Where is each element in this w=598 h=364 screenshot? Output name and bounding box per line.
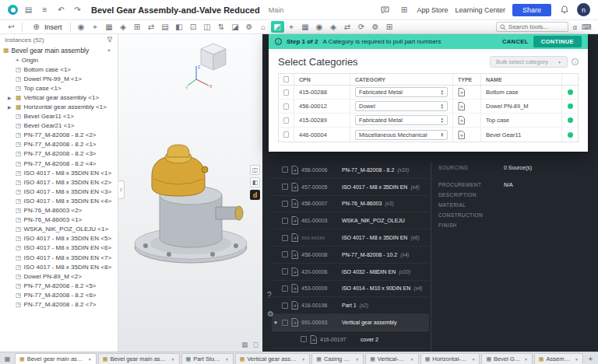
app-store-link[interactable]: App Store (417, 6, 448, 14)
instance-tree-item[interactable]: ▶ Origin (0, 55, 118, 65)
bom-row[interactable]: ▼ 453-00009 ISO 4014 - M10 x 90DIN EN (x… (272, 281, 429, 298)
viewport-3d[interactable]: Z X Y ≡ ◫ ◧ d ▦ ◻ (118, 34, 262, 352)
instance-tree-item[interactable]: ▶ ISO 4017 - M8 x 35DIN EN <1> (0, 168, 118, 177)
instance-tree-item[interactable]: ▶ ISO 4017 - M8 x 35DIN EN <5> (0, 234, 118, 243)
bulk-select-dropdown[interactable]: Bulk select category ▼ (490, 56, 568, 68)
row-checkbox[interactable] (282, 218, 288, 224)
category-select[interactable]: Miscellaneous Mechanical ▲▼ (355, 130, 448, 140)
share-view-icon[interactable]: ⊞ (383, 21, 396, 33)
row-checkbox[interactable] (282, 251, 288, 257)
document-tab[interactable]: ▦ Vertical gear assembly ▼ (235, 353, 310, 364)
instance-tree-item[interactable]: ▶ PN-77_M-82008 - 8.2 <3> (0, 149, 118, 159)
document-tab[interactable]: ▦ Vertical-Parts ▼ (365, 353, 418, 364)
row-checkbox[interactable] (283, 117, 289, 124)
redo-icon[interactable]: ↷ (72, 4, 83, 16)
instance-tree-item[interactable]: ▶ ISO 4017 - M8 x 35DIN EN <4> (0, 196, 118, 205)
instance-tree-item[interactable]: ▶ PN-77_M-82008 - 8.2 <7> (0, 299, 118, 309)
bom-row[interactable]: ▼ 420-00006 ISO 4032 - M8DIN EN (x10) (272, 264, 429, 281)
continue-button[interactable]: CONTINUE (533, 36, 582, 47)
bom-row[interactable]: ▼ 416-00196 Part 1 (x2) (272, 297, 429, 314)
row-checkbox[interactable] (283, 89, 289, 96)
filter-funnel-icon[interactable] (107, 37, 113, 43)
select-all-checkbox[interactable] (283, 76, 289, 82)
search-tools-input[interactable] (508, 23, 565, 30)
bom-row[interactable]: ▼ 416-00197 cover 2 (272, 331, 429, 348)
instance-tree-item[interactable]: ▶ Top case <1> (0, 83, 118, 93)
cancel-button[interactable]: CANCEL (502, 38, 529, 45)
expand-chevron-icon[interactable]: ▶ (8, 104, 13, 110)
help-icon[interactable]: ? (267, 291, 272, 299)
replicate-icon[interactable]: ⇄ (145, 21, 158, 33)
bom-row[interactable]: ▼ 457-00005 ISO 4017 - M8 x 35DIN EN (x4… (272, 179, 429, 196)
document-tab[interactable]: ▦ Part Studio 1 ▼ (181, 353, 234, 364)
hide-icon[interactable]: ◉ (313, 21, 326, 33)
measure-icon[interactable]: ⇅ (215, 21, 228, 33)
document-tab[interactable]: ▦ Bevel Gears ▼ (481, 353, 532, 364)
share-button[interactable]: Share (512, 4, 551, 16)
instance-tree-item[interactable]: ▶ Bevel Gear11 <1> (0, 112, 118, 121)
exploded-view-icon[interactable]: ⇄ (341, 21, 354, 33)
display-mode-icon[interactable]: ▦ (299, 21, 312, 33)
learning-center-link[interactable]: Learning Center (455, 6, 505, 14)
keyboard-shortcuts-icon[interactable]: ⌨ (582, 23, 592, 31)
new-tab-button[interactable]: + (585, 354, 596, 364)
notifications-bell-icon[interactable] (558, 4, 570, 16)
tab-menu-caret-icon[interactable]: ▼ (575, 357, 579, 362)
view-grid-icon[interactable]: ▦ (241, 341, 248, 348)
linked-document-icon[interactable] (458, 88, 465, 96)
undo-icon[interactable]: ↶ (55, 4, 67, 16)
named-views-icon[interactable]: ⌖ (285, 21, 298, 33)
row-checkbox[interactable] (282, 303, 288, 309)
instance-tree-item[interactable]: ▶ PN-76_M-86003 <2> (0, 206, 118, 215)
tab-menu-caret-icon[interactable]: ▼ (88, 357, 92, 362)
user-avatar[interactable]: n (577, 3, 590, 16)
panel-drag-handle[interactable]: ≡ (118, 180, 125, 199)
instance-tree-item[interactable]: ▶ Horizontal gear assembly <1> (0, 102, 118, 111)
instance-tree-item[interactable]: ▶ ISO 4017 - M8 x 35DIN EN <7> (0, 253, 118, 262)
document-tab[interactable]: ▦ Horizontal-Parts ▼ (420, 353, 480, 364)
document-tab[interactable]: ▦ Casing Parts ▼ (311, 353, 364, 364)
instance-tree-item[interactable]: ▶ PN-77_M-82008 - 8.2 <1> (0, 140, 118, 149)
row-checkbox[interactable] (282, 320, 288, 326)
insert-button[interactable]: ⊕Insert (26, 21, 66, 33)
section-view-icon[interactable]: ◪ (229, 21, 242, 33)
instance-tree-item[interactable]: ▶ Vertical gear assembly <1> (0, 93, 118, 102)
instance-tree-item[interactable]: ▶ PN-77_M-82008 - 8.2 <5> (0, 281, 118, 290)
linked-document-icon[interactable] (458, 102, 465, 110)
bom-row[interactable]: ▼ 458-00008 PN-77_M-82008 - 10.2 (x4) (272, 247, 429, 264)
apps-grid-icon[interactable]: ⊞ (398, 4, 410, 16)
fastened-mate-icon[interactable]: ⌖ (89, 21, 102, 33)
row-checkbox[interactable] (301, 336, 307, 342)
category-select[interactable]: Dowel ▲▼ (355, 101, 448, 111)
info-circle-icon[interactable]: i (572, 58, 579, 65)
explode-icon[interactable]: ◧ (173, 21, 186, 33)
assembly-root-item[interactable]: ▦ Bevel gear main assembly ⌖ (0, 45, 118, 55)
bom-row[interactable]: ▼ 458-00006 PN-77_M-82008 - 8.2 (x10) (272, 162, 429, 179)
document-tab[interactable]: ▦ Assembly 1 ▼ (534, 353, 583, 364)
comment-icon[interactable] (379, 4, 391, 16)
group-icon[interactable]: ▦ (103, 21, 116, 33)
row-expand-caret-icon[interactable]: ▼ (273, 320, 279, 325)
bom-row[interactable]: ▼ xxx-xxxxx ISO 4017 - M8 x 35DIN EN (x6… (272, 229, 429, 247)
tab-manager-icon[interactable]: ▦ (2, 354, 13, 364)
instance-tree-item[interactable]: ▶ ISO 4017 - M8 x 35DIN EN <3> (0, 187, 118, 196)
instance-tree-item[interactable]: ▶ WSKA_NIK_POZ_OLEJU <1> (0, 225, 118, 234)
instance-tree-item[interactable]: ▶ PN-77_M-82008 - 8.2 <6> (0, 290, 118, 299)
instance-tree-item[interactable]: ▶ ISO 4017 - M8 x 35DIN EN <6> (0, 243, 118, 253)
tab-menu-caret-icon[interactable]: ▼ (410, 357, 414, 362)
bom-icon[interactable]: ◫ (201, 21, 214, 33)
instance-tree-item[interactable]: ▶ PN-76_M-86003 <1> (0, 215, 118, 225)
linked-document-icon[interactable] (458, 116, 465, 124)
documents-icon[interactable]: ▤ (23, 4, 34, 16)
configuration-icon[interactable]: ⚙ (369, 21, 382, 33)
tab-menu-caret-icon[interactable]: ▼ (225, 357, 229, 362)
category-select[interactable]: Fabricated Metal ▲▼ (355, 115, 448, 125)
view-cube-icon[interactable]: ⌂ (257, 21, 270, 33)
instance-tree-item[interactable]: ▶ PN-77_M-82008 - 8.2 <2> (0, 131, 118, 140)
instance-tree-item[interactable]: ▶ ISO 4017 - M8 x 35DIN EN <8> (0, 262, 118, 271)
row-checkbox[interactable] (283, 131, 289, 138)
section-tool-icon[interactable]: ◧ (250, 177, 260, 187)
instance-tree-item[interactable]: ▶ Bevel Gear21 <1> (0, 121, 118, 131)
appearance-icon[interactable]: ⚙ (243, 21, 256, 33)
tab-menu-caret-icon[interactable]: ▼ (301, 357, 305, 362)
